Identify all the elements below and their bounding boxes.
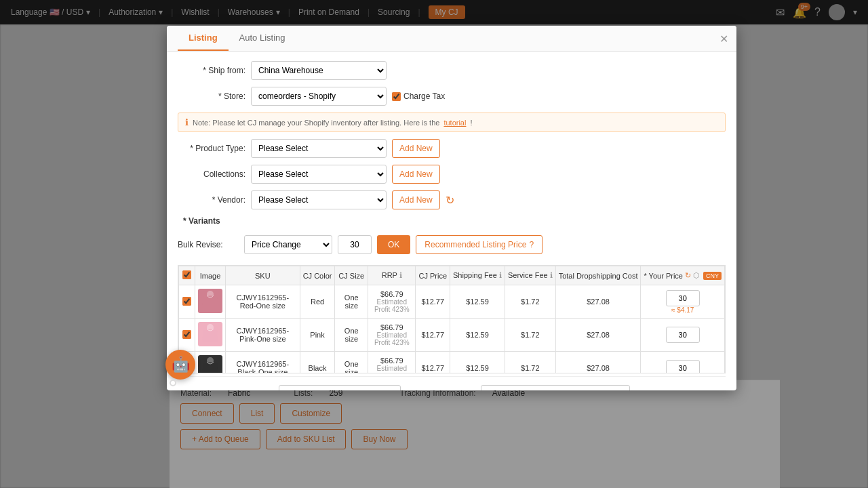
note-suffix: ! (470, 119, 472, 127)
tab-listing[interactable]: Listing (178, 26, 229, 51)
cj-size-0: One size (335, 285, 368, 319)
col-header-cj-color: CJ Color (300, 266, 335, 285)
modal-body: * Ship from: China Warehouse * Store: co… (167, 52, 736, 390)
col-header-checkbox (179, 266, 195, 285)
your-price-info-icon[interactable]: ⬡ (693, 271, 700, 280)
shipping-section: Ship My Order(s) Most to: United States … (178, 376, 726, 390)
table-row: CJWY1612965-Black-One sizeBlackOne size$… (179, 352, 725, 374)
ship-orders-label: Ship My Order(s) Most to: (178, 390, 271, 390)
your-price-cell-1 (641, 319, 725, 352)
shipping-fee-1: $12.59 (450, 319, 505, 352)
col-header-sku: SKU (226, 266, 300, 285)
rrp-1: $66.79Estimated Profit 423% (368, 319, 416, 352)
cj-price-2: $12.77 (416, 352, 450, 374)
product-type-select[interactable]: Please Select (251, 139, 387, 158)
note-text: Note: Please let CJ manage your Shopify … (193, 119, 439, 127)
collections-select[interactable]: Please Select (251, 165, 387, 184)
row-checkbox-1[interactable] (182, 330, 191, 339)
col-header-total-cost: Total Dropshipping Cost (555, 266, 641, 285)
chatbot-widget[interactable]: 🤖 (165, 350, 195, 380)
total-cost-2: $27.08 (555, 352, 641, 374)
product-image-2 (198, 355, 222, 373)
select-all-checkbox[interactable] (182, 270, 191, 279)
vendor-row: * Vendor: Please Select Add New ↻ (178, 190, 726, 209)
your-price-cell-2 (641, 352, 725, 374)
bulk-revise-bar: Bulk Revise: Price Change OK Recommended… (178, 231, 726, 258)
service-fee-2: $1.72 (505, 352, 555, 374)
ship-from-select[interactable]: China Warehouse (251, 61, 387, 80)
modal-tabs: Listing Auto Listing ✕ (167, 26, 736, 52)
ship-from-label: * Ship from: (178, 66, 245, 75)
shipping-destination-row: Ship My Order(s) Most to: United States … (178, 385, 726, 390)
col-header-shipping-fee: Shipping Fee ℹ (450, 266, 505, 285)
vendor-refresh-icon[interactable]: ↻ (446, 194, 454, 207)
service-fee-0: $1.72 (505, 285, 555, 319)
col-header-cj-price: CJ Price (416, 266, 450, 285)
table-row: CJWY1612965-Red-One sizeRedOne size$66.7… (179, 285, 725, 319)
store-row: * Store: comeorders - Shopify Charge Tax (178, 87, 726, 106)
shipping-fee-2: $12.59 (450, 352, 505, 374)
shipping-method-label: Shipping Method: (409, 390, 472, 390)
your-price-refresh-icon[interactable]: ↻ (685, 271, 691, 280)
listing-modal: Listing Auto Listing ✕ * Ship from: Chin… (167, 26, 736, 390)
vendor-select[interactable]: Please Select (251, 190, 387, 209)
your-price-cell-0: ≈ $4.17 (641, 285, 725, 319)
total-cost-1: $27.08 (555, 319, 641, 352)
cj-price-1: $12.77 (416, 319, 450, 352)
ship-country-select[interactable]: United States of America (the) (279, 385, 401, 390)
sku-text-0: CJWY1612965-Red-One size (237, 293, 290, 310)
product-type-add-new-button[interactable]: Add New (392, 139, 440, 158)
modal-close-button[interactable]: ✕ (719, 32, 728, 45)
variants-label: * Variants (178, 216, 726, 226)
service-fee-1: $1.72 (505, 319, 555, 352)
bulk-revise-label: Bulk Revise: (178, 240, 239, 249)
vendor-label: * Vendor: (178, 195, 245, 205)
collections-add-new-button[interactable]: Add New (392, 165, 440, 184)
question-icon: ? (529, 240, 534, 249)
shipping-fee-info-icon[interactable]: ℹ (499, 271, 502, 279)
chatbot-icon[interactable]: 🤖 (165, 350, 195, 380)
rrp-info-icon[interactable]: ℹ (399, 271, 402, 279)
ship-from-row: * Ship from: China Warehouse (178, 61, 726, 80)
variants-table: Image SKU CJ Color CJ Size RRP ℹ CJ Pric… (178, 266, 725, 373)
your-price-input-2[interactable] (666, 360, 700, 373)
cj-size-1: One size (335, 319, 368, 352)
store-label: * Store: (178, 92, 245, 101)
product-image-1 (198, 322, 222, 346)
table-row: CJWY1612965-Pink-One sizePinkOne size$66… (179, 319, 725, 352)
col-header-cj-size: CJ Size (335, 266, 368, 285)
info-note: ℹ Note: Please let CJ manage your Shopif… (178, 113, 726, 132)
shipping-fee-0: $12.59 (450, 285, 505, 319)
collections-label: Collections: (178, 169, 245, 179)
sku-text-2: CJWY1612965-Black-One size (237, 360, 290, 373)
store-select[interactable]: comeorders - Shopify (251, 87, 387, 106)
rrp-0: $66.79Estimated Profit 423% (368, 285, 416, 319)
vendor-add-new-button[interactable]: Add New (392, 190, 440, 209)
bulk-revise-type-select[interactable]: Price Change (244, 235, 332, 254)
your-price-input-1[interactable] (666, 327, 700, 343)
bulk-revise-ok-button[interactable]: OK (377, 235, 410, 254)
recommended-price-button[interactable]: Recommended Listing Price ? (416, 235, 542, 254)
tutorial-link[interactable]: tutorial (443, 119, 466, 127)
charge-tax-label[interactable]: Charge Tax (392, 92, 445, 101)
rrp-2: $66.79Estimated Profit 423% (368, 352, 416, 374)
charge-tax-checkbox[interactable] (392, 92, 401, 101)
collections-row: Collections: Please Select Add New (178, 165, 726, 184)
cj-price-0: $12.77 (416, 285, 450, 319)
cj-color-0: Red (300, 285, 335, 319)
product-type-label: * Product Type: (178, 144, 245, 153)
shipping-method-select[interactable]: CJPacket DW Sea (481, 385, 630, 390)
col-header-image: Image (195, 266, 226, 285)
col-header-service-fee: Service Fee ℹ (505, 266, 555, 285)
cj-color-2: Black (300, 352, 335, 374)
variants-table-container: Image SKU CJ Color CJ Size RRP ℹ CJ Pric… (178, 265, 726, 373)
bulk-revise-value-input[interactable] (338, 235, 372, 254)
your-price-input-0[interactable] (666, 290, 700, 306)
product-type-row: * Product Type: Please Select Add New (178, 139, 726, 158)
tab-auto-listing[interactable]: Auto Listing (229, 26, 296, 51)
col-header-your-price: * Your Price ↻ ⬡ CNY (641, 266, 725, 285)
row-checkbox-0[interactable] (182, 297, 191, 306)
cj-size-2: One size (335, 352, 368, 374)
sku-text-1: CJWY1612965-Pink-One size (237, 327, 290, 343)
service-fee-info-icon[interactable]: ℹ (550, 271, 553, 279)
